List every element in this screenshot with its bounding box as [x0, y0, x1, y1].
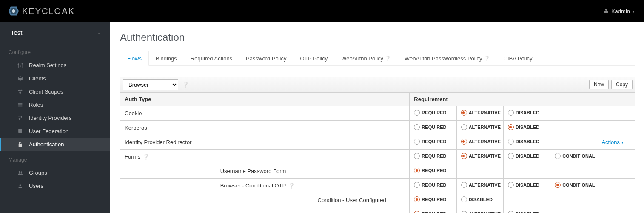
tabs: Flows Bindings Required Actions Password…: [120, 50, 635, 66]
radio-alternative[interactable]: ALTERNATIVE: [461, 110, 501, 116]
user-menu[interactable]: Kadmin ▾: [602, 6, 636, 17]
sidebar-item-label: Users: [29, 183, 43, 189]
radio-disabled[interactable]: DISABLED: [508, 153, 539, 159]
radio-disabled[interactable]: DISABLED: [508, 139, 539, 145]
sidebar-item-clients[interactable]: Clients: [0, 72, 110, 85]
radio-required[interactable]: REQUIRED: [414, 110, 446, 116]
auth-name: Username Password Form: [216, 164, 313, 179]
sidebar-item-roles[interactable]: Roles: [0, 98, 110, 111]
user-icon: [17, 183, 23, 189]
new-button[interactable]: New: [589, 80, 609, 89]
chevron-down-icon: ▾: [633, 9, 635, 14]
svg-rect-12: [18, 103, 22, 104]
radio-required[interactable]: REQUIRED: [414, 211, 446, 213]
sidebar-item-label: Roles: [29, 102, 43, 108]
sidebar-item-client-scopes[interactable]: Client Scopes: [0, 85, 110, 98]
tab-ciba-policy[interactable]: CIBA Policy: [497, 51, 539, 66]
radio-conditional[interactable]: CONDITIONAL: [555, 182, 595, 188]
sliders-icon: [17, 62, 23, 68]
svg-rect-13: [18, 104, 22, 105]
sidebar-item-label: Clients: [29, 75, 46, 82]
sidebar-item-label: Client Scopes: [29, 88, 63, 95]
sidebar-item-label: User Federation: [29, 128, 68, 134]
sidebar-item-users[interactable]: Users: [0, 179, 110, 193]
radio-disabled[interactable]: DISABLED: [508, 124, 539, 130]
sidebar-item-identity-providers[interactable]: Identity Providers: [0, 111, 110, 125]
chevron-down-icon: ⌄: [97, 30, 101, 35]
sidebar-item-authentication[interactable]: Authentication: [0, 138, 110, 151]
tab-bindings[interactable]: Bindings: [149, 51, 184, 66]
copy-button[interactable]: Copy: [611, 80, 633, 89]
list-icon: [17, 102, 23, 108]
radio-disabled[interactable]: DISABLED: [508, 182, 539, 188]
svg-rect-3: [18, 63, 18, 68]
radio-alternative[interactable]: ALTERNATIVE: [461, 139, 501, 145]
table-row: OTP Form REQUIRED ALTERNATIVE DISABLED: [120, 207, 635, 213]
radio-required[interactable]: REQUIRED: [414, 168, 446, 173]
tab-password-policy[interactable]: Password Policy: [239, 51, 293, 66]
svg-point-7: [20, 65, 21, 67]
table-row: Forms❔ REQUIRED ALTERNATIVE DISABLED CON…: [120, 150, 635, 164]
actions-dropdown[interactable]: Actions▾: [601, 139, 624, 145]
help-icon[interactable]: ❔: [182, 82, 189, 88]
page-title: Authentication: [120, 31, 635, 43]
sidebar-item-user-federation[interactable]: User Federation: [0, 125, 110, 138]
radio-required[interactable]: REQUIRED: [414, 182, 446, 188]
svg-point-6: [17, 64, 19, 65]
radio-required[interactable]: REQUIRED: [414, 124, 446, 130]
radio-alternative[interactable]: ALTERNATIVE: [461, 182, 501, 188]
radio-required[interactable]: REQUIRED: [414, 196, 446, 202]
tab-otp-policy[interactable]: OTP Policy: [293, 51, 334, 66]
radio-alternative[interactable]: ALTERNATIVE: [461, 124, 501, 130]
sidebar-item-groups[interactable]: Groups: [0, 166, 110, 179]
brand-text: KEYCLOAK: [22, 6, 75, 16]
brand[interactable]: KEYCLOAK: [8, 5, 75, 17]
help-icon[interactable]: ❔: [288, 183, 295, 189]
radio-required[interactable]: REQUIRED: [414, 139, 446, 145]
auth-name: Kerberos: [120, 121, 216, 135]
radio-disabled[interactable]: DISABLED: [461, 196, 493, 202]
table-row: Kerberos REQUIRED ALTERNATIVE DISABLED: [120, 121, 635, 135]
exchange-icon: [17, 115, 23, 121]
auth-name: Forms: [125, 153, 140, 160]
radio-required[interactable]: REQUIRED: [414, 153, 446, 159]
svg-point-10: [20, 90, 22, 91]
table-row: Condition - User Configured REQUIRED DIS…: [120, 193, 635, 207]
auth-name: Browser - Conditional OTP: [220, 182, 286, 189]
tab-flows[interactable]: Flows: [120, 51, 149, 66]
table-row: Identity Provider Redirector REQUIRED AL…: [120, 135, 635, 150]
help-icon[interactable]: ❔: [143, 154, 149, 160]
col-actions: [597, 93, 635, 106]
radio-conditional[interactable]: CONDITIONAL: [555, 153, 595, 159]
sidebar-item-label: Authentication: [29, 141, 64, 148]
radio-disabled[interactable]: DISABLED: [508, 211, 539, 213]
sidebar-item-label: Groups: [29, 170, 47, 176]
col-auth-type: Auth Type: [120, 93, 410, 106]
table-header-row: Auth Type Requirement: [120, 93, 635, 106]
tab-webauthn-policy[interactable]: WebAuthn Policy ❔: [334, 51, 398, 66]
radio-alternative[interactable]: ALTERNATIVE: [461, 153, 501, 159]
cube-icon: [17, 76, 23, 82]
auth-name: Condition - User Configured: [313, 193, 410, 207]
svg-point-16: [18, 171, 20, 173]
sidebar-item-label: Identity Providers: [29, 115, 71, 121]
svg-point-17: [20, 171, 22, 173]
help-icon[interactable]: ❔: [385, 56, 391, 61]
svg-point-9: [18, 90, 20, 91]
radio-disabled[interactable]: DISABLED: [508, 110, 539, 116]
realm-selector[interactable]: Test ⌄: [0, 22, 110, 43]
svg-rect-4: [20, 63, 20, 68]
sidebar-item-realm-settings[interactable]: Realm Settings: [0, 59, 110, 72]
keycloak-logo-icon: [8, 5, 20, 17]
top-bar: KEYCLOAK Kadmin ▾: [0, 0, 644, 22]
radio-alternative[interactable]: ALTERNATIVE: [461, 211, 501, 213]
tab-webauthn-passwordless-policy[interactable]: WebAuthn Passwordless Policy ❔: [398, 51, 497, 66]
tab-required-actions[interactable]: Required Actions: [184, 51, 239, 66]
flow-select[interactable]: Browser: [123, 79, 178, 90]
section-configure-label: Configure: [0, 43, 110, 59]
help-icon[interactable]: ❔: [484, 56, 490, 61]
table-row: Cookie REQUIRED ALTERNATIVE DISABLED: [120, 106, 635, 121]
auth-name: OTP Form: [313, 207, 410, 213]
auth-name: Cookie: [120, 106, 216, 121]
group-icon: [17, 170, 23, 176]
